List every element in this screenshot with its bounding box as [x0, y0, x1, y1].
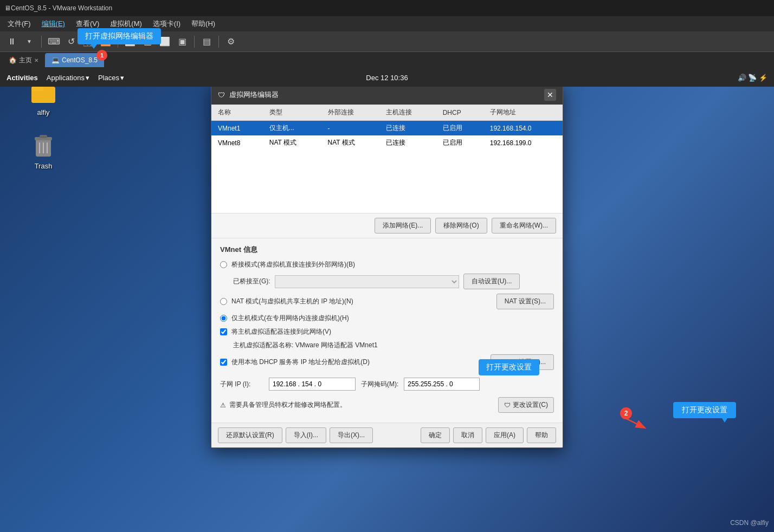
change-settings-label: 更改设置(C) — [513, 400, 548, 410]
host-only-label: 仅主机模式(在专用网络内连接虚拟机)(H) — [231, 314, 349, 323]
virtual-network-editor-dialog: 🛡 虚拟网络编辑器 ✕ 名称 类型 外部连接 主机连接 DHCP 子网地址 — [211, 85, 563, 448]
bridge-to-select[interactable] — [275, 275, 459, 288]
nat-settings-btn[interactable]: NAT 设置(S)... — [496, 294, 554, 309]
change-settings-btn[interactable]: 🛡 更改设置(C) — [498, 397, 554, 413]
ok-btn[interactable]: 确定 — [421, 427, 450, 443]
guest-btn2[interactable]: ▣ — [175, 35, 190, 49]
col-dhcp: DHCP — [436, 105, 483, 121]
connect-host-adapter-row: 将主机虚拟适配器连接到此网络(V) — [220, 327, 554, 336]
bridge-mode-row: 桥接模式(将虚拟机直接连接到外部网络)(B) — [220, 260, 554, 269]
tooltip-text: 打开虚拟网络编辑器 — [85, 31, 153, 40]
row1-external: - — [321, 121, 380, 136]
restore-defaults-btn[interactable]: 还原默认设置(R) — [218, 427, 282, 443]
subnet-ip-input[interactable] — [269, 378, 356, 391]
gnome-bar: Activities Applications ▾ Places ▾ Dec 1… — [0, 68, 774, 87]
vmnet-info-title: VMnet 信息 — [220, 245, 554, 255]
menu-file[interactable]: 文件(F) — [2, 18, 36, 30]
gnome-apps-arrow: ▾ — [86, 74, 89, 82]
row2-host: 已连接 — [379, 135, 436, 150]
warning-text: 需要具备管理员特权才能修改网络配置。 — [229, 400, 346, 410]
row1-subnet: 192.168.154.0 — [483, 121, 563, 136]
send-ctrl-alt-del-btn[interactable]: ⌨ — [46, 35, 61, 49]
bridge-label: 桥接模式(将虚拟机直接连接到外部网络)(B) — [231, 260, 355, 269]
gnome-apps[interactable]: Applications ▾ — [47, 74, 89, 82]
vmnet-info-section: VMnet 信息 桥接模式(将虚拟机直接连接到外部网络)(B) 已桥接至(G):… — [211, 238, 563, 423]
menu-help[interactable]: 帮助(H) — [186, 18, 221, 30]
host-only-row: 仅主机模式(在专用网络内连接虚拟机)(H) — [220, 314, 554, 323]
row1-host: 已连接 — [379, 121, 436, 136]
toolbar-sep4 — [218, 36, 219, 48]
tooltip-network-editor: 打开虚拟网络编辑器 — [78, 28, 161, 44]
gnome-apps-label: Applications — [47, 74, 85, 82]
toolbar-sep1 — [41, 36, 42, 48]
table-row[interactable]: VMnet8 NAT 模式 NAT 模式 已连接 已启用 192.168.199… — [211, 135, 563, 150]
tab-centos-label: CentOS_8.5 — [62, 56, 98, 64]
adapter-name-text: 主机虚拟适配器名称: VMware 网络适配器 VMnet1 — [233, 341, 378, 349]
apply-btn[interactable]: 应用(A) — [486, 427, 524, 443]
gnome-datetime: Dec 12 10:36 — [366, 74, 408, 82]
dialog-titlebar-left: 🛡 虚拟网络编辑器 — [218, 90, 279, 100]
centos-icon: 💻 — [51, 56, 60, 64]
dropdown-btn[interactable]: ▼ — [22, 35, 37, 49]
row2-dhcp: 已启用 — [436, 135, 483, 150]
settings-btn[interactable]: ⚙ — [223, 35, 238, 49]
vmware-title: CentOS_8.5 - VMware Workstation — [11, 4, 112, 12]
tooltip2-floating: 打开更改设置 — [673, 402, 736, 418]
badge-2: 2 — [620, 407, 632, 419]
row1-type: 仅主机... — [263, 121, 321, 136]
nat-radio[interactable] — [220, 298, 227, 305]
gnome-places-label: Places — [98, 74, 119, 82]
col-type: 类型 — [263, 105, 321, 121]
remove-network-btn[interactable]: 移除网络(O) — [435, 218, 487, 233]
dhcp-label: 使用本地 DHCP 服务将 IP 地址分配给虚拟机(D) — [231, 358, 370, 367]
dialog-overlay: 🛡 虚拟网络编辑器 ✕ 名称 类型 外部连接 主机连接 DHCP 子网地址 — [0, 68, 774, 532]
connect-host-adapter-checkbox[interactable] — [220, 328, 227, 335]
gnome-status-area: 🔊 📡 ⚡ — [738, 74, 767, 82]
dialog-titlebar: 🛡 虚拟网络编辑器 ✕ — [211, 85, 563, 105]
gnome-places[interactable]: Places ▾ — [98, 74, 124, 82]
import-btn[interactable]: 导入(I)... — [286, 427, 326, 443]
host-only-radio[interactable] — [220, 315, 227, 322]
col-name: 名称 — [211, 105, 263, 121]
help-btn[interactable]: 帮助 — [527, 427, 556, 443]
dialog-close-btn[interactable]: ✕ — [544, 89, 556, 101]
tab-home-label: 主页 — [19, 56, 32, 65]
rename-network-btn[interactable]: 重命名网络(W)... — [492, 218, 556, 233]
cancel-btn[interactable]: 取消 — [453, 427, 482, 443]
gnome-activities[interactable]: Activities — [7, 74, 38, 82]
dialog-title: 虚拟网络编辑器 — [229, 90, 279, 100]
menu-edit[interactable]: 编辑(E) — [36, 18, 70, 30]
tab-badge: 1 — [96, 50, 107, 61]
bridge-radio[interactable] — [220, 261, 227, 268]
subnet-mask-input[interactable] — [404, 378, 480, 391]
vmware-icon: 🖥 — [4, 4, 11, 12]
dhcp-checkbox[interactable] — [220, 359, 227, 366]
connect-host-adapter-label: 将主机虚拟适配器连接到此网络(V) — [231, 327, 331, 336]
row2-subnet: 192.168.199.0 — [483, 135, 563, 150]
row1-name: VMnet1 — [211, 121, 263, 136]
ip-row: 子网 IP (I): 子网掩码(M): 打开更改设置 — [220, 374, 554, 394]
nat-mode-row: NAT 模式(与虚拟机共享主机的 IP 地址)(N) NAT 设置(S)... — [220, 294, 554, 309]
table-row[interactable]: VMnet1 仅主机... - 已连接 已启用 192.168.154.0 — [211, 121, 563, 136]
row2-name: VMnet8 — [211, 135, 263, 150]
gnome-sys-tray: 🔊 📡 ⚡ — [738, 74, 767, 82]
bottom-right-btns: 确定 取消 应用(A) 帮助 — [421, 427, 556, 443]
vmware-titlebar: 🖥 CentOS_8.5 - VMware Workstation — [0, 0, 774, 16]
tab-home[interactable]: 🏠 主页 ✕ — [2, 53, 45, 67]
bottom-btn-row: 还原默认设置(R) 导入(I)... 导出(X)... 确定 取消 应用(A) … — [211, 423, 563, 447]
tab-home-close[interactable]: ✕ — [34, 57, 38, 63]
console-btn[interactable]: ▤ — [199, 35, 214, 49]
csdn-watermark: CSDN @alfiy — [730, 519, 769, 527]
col-subnet: 子网地址 — [483, 105, 563, 121]
tab-centos[interactable]: 💻 CentOS_8.5 1 打开虚拟网络编辑器 — [45, 53, 104, 67]
power-btn[interactable]: ↺ — [63, 35, 79, 49]
row2-external: NAT 模式 — [321, 135, 380, 150]
pause-btn[interactable]: ⏸ — [4, 35, 20, 49]
nat-label: NAT 模式(与虚拟机共享主机的 IP 地址)(N) — [231, 297, 353, 306]
auto-setup-btn[interactable]: 自动设置(U)... — [463, 274, 520, 289]
subnet-mask-label: 子网掩码(M): — [361, 380, 398, 389]
network-table-container: 名称 类型 外部连接 主机连接 DHCP 子网地址 VMnet1 仅主机... … — [211, 105, 563, 213]
export-btn[interactable]: 导出(X)... — [330, 427, 373, 443]
adapter-name-row: 主机虚拟适配器名称: VMware 网络适配器 VMnet1 — [233, 341, 554, 350]
add-network-btn[interactable]: 添加网络(E)... — [375, 218, 431, 233]
